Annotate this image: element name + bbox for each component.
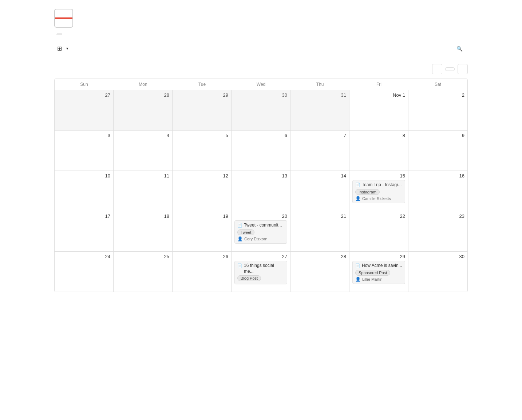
calendar-day[interactable]: 7: [290, 131, 349, 171]
calendar-day[interactable]: 17: [55, 211, 114, 251]
day-header-wed: Wed: [232, 79, 290, 90]
calendar-day[interactable]: 30: [232, 90, 290, 130]
calendar-day[interactable]: 29: [173, 90, 232, 130]
prev-month-button[interactable]: [432, 64, 442, 74]
calendar-day[interactable]: 23: [408, 211, 467, 251]
calendar-day[interactable]: 16: [408, 171, 467, 211]
day-number: 7: [293, 133, 346, 138]
calendar-day[interactable]: 14: [290, 171, 349, 211]
event-card[interactable]: 📄How Acme is savin...Sponsored Post👤Lill…: [352, 261, 405, 284]
event-tag[interactable]: Blog Post: [237, 275, 261, 281]
assignee-icon: 👤: [355, 277, 361, 282]
day-number: 11: [116, 173, 169, 179]
launch-calendar-button[interactable]: ⊞ ▾: [54, 44, 71, 53]
day-number: 28: [293, 254, 346, 259]
calendar-day[interactable]: 31: [290, 90, 349, 130]
calendar-day[interactable]: 28: [290, 252, 349, 292]
event-assignee: 👤Lillie Martin: [355, 277, 402, 282]
calendar-day[interactable]: 8: [349, 131, 408, 171]
search-icon: 🔍: [456, 46, 463, 52]
day-number: 14: [293, 173, 346, 179]
calendar-day[interactable]: 28: [114, 90, 173, 130]
day-number: 3: [58, 133, 110, 138]
next-month-button[interactable]: [458, 64, 468, 74]
calendar-day[interactable]: 29📄How Acme is savin...Sponsored Post👤Li…: [349, 252, 408, 292]
day-number: 5: [175, 133, 228, 138]
calendar-day[interactable]: 12: [173, 171, 232, 211]
calendar-day[interactable]: 15📄Team Trip - Instagr...Instagram👤Camil…: [349, 171, 408, 211]
calendar-day[interactable]: 4: [114, 131, 173, 171]
day-number: 27: [58, 92, 110, 98]
calendar-day[interactable]: 27📄16 things social me...Blog Post: [232, 252, 290, 292]
calendar-day[interactable]: 13: [232, 171, 290, 211]
day-number: 2: [411, 92, 464, 98]
calendar-day[interactable]: 18: [114, 211, 173, 251]
day-number: 12: [175, 173, 228, 179]
assignee-icon: 👤: [237, 236, 243, 241]
assignee-name: Lillie Martin: [362, 277, 383, 281]
calendar-day[interactable]: 9: [408, 131, 467, 171]
status-badge[interactable]: [56, 33, 62, 35]
calendar-week-1: 3456789: [55, 131, 467, 171]
event-title: How Acme is savin...: [362, 263, 402, 269]
calendar-day[interactable]: 30: [408, 252, 467, 292]
calendar-day[interactable]: 21: [290, 211, 349, 251]
calendar-day[interactable]: 2: [408, 90, 467, 130]
document-icon: 📄: [237, 263, 242, 268]
event-card[interactable]: 📄16 things social me...Blog Post: [234, 261, 287, 284]
calendar-day[interactable]: 3: [55, 131, 114, 171]
event-assignee: 👤Cory Etzkorn: [237, 236, 284, 241]
hint-row: [54, 33, 468, 35]
calendar-day[interactable]: 10: [55, 171, 114, 211]
search-button[interactable]: 🔍: [454, 44, 468, 53]
calendar: SunMonTueWedThuFriSat 2728293031Nov 1234…: [54, 64, 468, 292]
event-tag[interactable]: Instagram: [355, 189, 380, 195]
calendar-day[interactable]: 24: [55, 252, 114, 292]
nav-controls: [432, 64, 468, 74]
day-number: 30: [234, 92, 287, 98]
day-number: 15: [352, 173, 405, 179]
today-button[interactable]: [445, 67, 455, 71]
day-number: 6: [234, 133, 287, 138]
event-title-row: 📄Team Trip - Instagr...: [355, 182, 402, 188]
day-number: 24: [58, 254, 110, 259]
day-number: 21: [293, 213, 346, 219]
calendar-day[interactable]: 26: [173, 252, 232, 292]
day-number: 29: [175, 92, 228, 98]
calendar-day[interactable]: 27: [55, 90, 114, 130]
day-number: 26: [175, 254, 228, 259]
calendar-week-2: 101112131415📄Team Trip - Instagr...Insta…: [55, 171, 467, 211]
day-header-mon: Mon: [114, 79, 173, 90]
chevron-down-icon: ▾: [66, 46, 68, 51]
calendar-day[interactable]: 20📄Tweet - communit...Tweet👤Cory Etzkorn: [232, 211, 290, 251]
title-row: [54, 9, 468, 28]
calendar-day[interactable]: 11: [114, 171, 173, 211]
day-number: 9: [411, 133, 464, 138]
event-title-row: 📄Tweet - communit...: [237, 223, 284, 228]
calendar-day[interactable]: 19: [173, 211, 232, 251]
day-number: 10: [58, 173, 110, 179]
document-icon: 📄: [237, 223, 242, 228]
day-header-sat: Sat: [408, 79, 467, 90]
event-card[interactable]: 📄Tweet - communit...Tweet👤Cory Etzkorn: [234, 220, 287, 244]
event-title-row: 📄How Acme is savin...: [355, 263, 402, 269]
event-title: 16 things social me...: [244, 263, 284, 274]
event-tag[interactable]: Sponsored Post: [355, 270, 390, 276]
day-header-tue: Tue: [173, 79, 232, 90]
calendar-day[interactable]: 5: [173, 131, 232, 171]
calendar-day[interactable]: 6: [232, 131, 290, 171]
calendar-week-4: 24252627📄16 things social me...Blog Post…: [55, 252, 467, 292]
document-icon: 📄: [355, 263, 360, 268]
calendar-day[interactable]: 25: [114, 252, 173, 292]
calendar-day[interactable]: Nov 1: [349, 90, 408, 130]
day-number: 16: [411, 173, 464, 179]
calendar-day[interactable]: 22: [349, 211, 408, 251]
calendar-grid-icon: ⊞: [57, 45, 62, 52]
event-assignee: 👤Camille Ricketts: [355, 196, 402, 201]
document-icon: 📄: [355, 183, 360, 187]
day-number: 30: [411, 254, 464, 259]
event-tag[interactable]: Tweet: [237, 229, 254, 235]
event-card[interactable]: 📄Team Trip - Instagr...Instagram👤Camille…: [352, 180, 405, 203]
day-number: 23: [411, 213, 464, 219]
event-title-row: 📄16 things social me...: [237, 263, 284, 274]
